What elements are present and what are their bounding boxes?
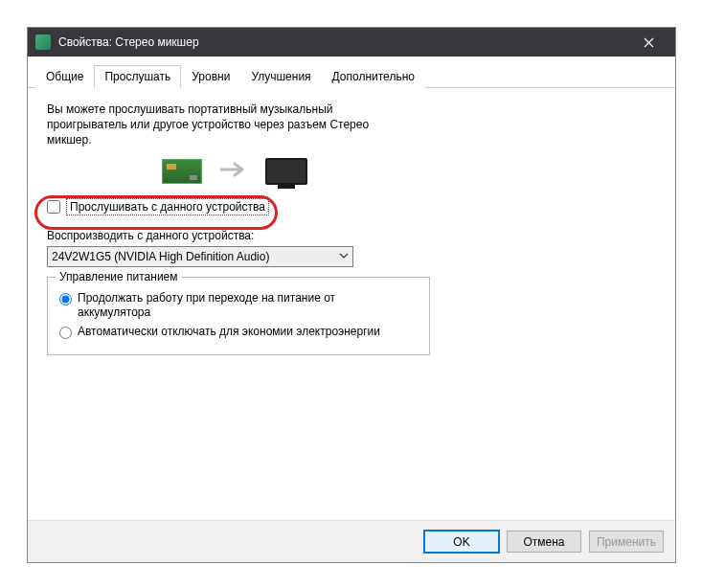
monitor-icon [265,158,307,185]
sound-card-icon [162,159,202,184]
apply-button[interactable]: Применить [589,531,664,553]
ok-button-label: OK [453,535,469,549]
listen-checkbox-row: Прослушивать с данного устройства [47,198,656,215]
window-title: Свойства: Стерео микшер [58,35,629,49]
power-radio-autooff-label[interactable]: Автоматически отключать для экономии эле… [78,325,380,340]
tab-levels-label: Уровни [192,70,230,83]
tab-listen[interactable]: Прослушать [94,65,181,88]
power-management-group: Управление питанием Продолжать работу пр… [47,277,430,356]
cancel-button[interactable]: Отмена [507,531,581,553]
tab-general[interactable]: Общие [35,65,94,88]
power-radio-autooff[interactable] [59,327,72,339]
listen-description: Вы можете прослушивать портативный музык… [47,102,411,148]
tab-advanced[interactable]: Дополнительно [322,65,425,88]
playback-device-selected: 24V2W1G5 (NVIDIA High Definition Audio) [52,250,269,263]
power-radio-continue-label[interactable]: Продолжать работу при переходе на питани… [78,291,403,321]
close-button[interactable] [629,28,668,57]
tab-advanced-label: Дополнительно [332,70,415,83]
dialog-button-bar: OK Отмена Применить [28,520,675,562]
tab-levels[interactable]: Уровни [181,65,240,88]
tab-enhancements-label: Улучшения [251,70,310,83]
playback-device-dropdown[interactable]: 24V2W1G5 (NVIDIA High Definition Audio) [47,246,353,267]
play-through-label: Воспроизводить с данного устройства: [47,229,656,242]
tab-strip: Общие Прослушать Уровни Улучшения Дополн… [28,57,675,88]
tab-listen-label: Прослушать [104,70,170,83]
tab-content: Вы можете прослушивать портативный музык… [28,88,675,369]
power-option-continue-row: Продолжать работу при переходе на питани… [59,291,418,321]
cancel-button-label: Отмена [523,535,564,549]
tab-enhancements[interactable]: Улучшения [240,65,321,88]
listen-checkbox-label[interactable]: Прослушивать с данного устройства [66,198,269,215]
sound-device-icon [35,34,51,50]
device-illustration [47,158,656,185]
titlebar: Свойства: Стерео микшер [28,28,675,57]
arrow-right-icon [219,160,248,182]
tab-general-label: Общие [46,70,83,83]
listen-checkbox[interactable] [47,200,60,214]
apply-button-label: Применить [597,535,656,549]
power-option-autooff-row: Автоматически отключать для экономии эле… [59,325,418,340]
ok-button[interactable]: OK [424,531,499,553]
close-icon [644,37,654,48]
dialog-window: Свойства: Стерео микшер Общие Прослушать… [27,27,676,563]
chevron-down-icon [339,250,349,263]
power-radio-continue[interactable] [59,293,72,305]
power-group-legend: Управление питанием [56,270,182,283]
